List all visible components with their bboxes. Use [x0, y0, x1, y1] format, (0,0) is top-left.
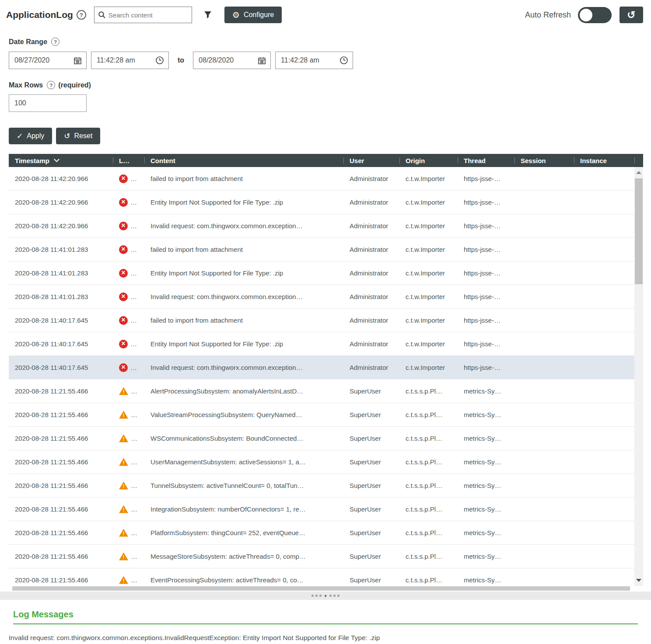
- date-range-help-icon[interactable]: ?: [51, 38, 60, 46]
- table-row[interactable]: 2020-08-28 11:42:20.966 … Invalid reques…: [9, 214, 634, 238]
- error-icon: [119, 269, 128, 278]
- level-ellipsis: …: [131, 576, 137, 584]
- level-ellipsis: …: [130, 293, 137, 300]
- cell-origin: c.t.w.Importer: [399, 340, 458, 348]
- scroll-up-icon[interactable]: [636, 171, 641, 174]
- vertical-scrollbar[interactable]: [634, 167, 643, 586]
- table-row[interactable]: 2020-08-28 11:41:01.283 … failed to impo…: [9, 238, 634, 261]
- max-rows-input[interactable]: [9, 94, 87, 112]
- from-date-field[interactable]: 08/27/2020: [9, 52, 87, 69]
- cell-level: …: [113, 292, 144, 301]
- date-range-row: 08/27/2020 11:42:28 am to 08/28/2020 11:…: [9, 51, 651, 70]
- level-ellipsis: …: [131, 458, 137, 466]
- cell-content: Entity Import Not Supported for File Typ…: [144, 340, 343, 348]
- level-ellipsis: …: [130, 222, 137, 230]
- column-header-thread[interactable]: Thread: [458, 154, 514, 167]
- cell-level: …: [113, 222, 144, 230]
- title-help-icon[interactable]: ?: [77, 10, 86, 20]
- cell-timestamp: 2020-08-28 11:21:55.466: [9, 435, 113, 442]
- column-header-timestamp[interactable]: Timestamp: [9, 154, 113, 167]
- cell-origin: c.t.s.s.p.Pl…: [399, 482, 458, 489]
- search-input[interactable]: [108, 11, 188, 19]
- table-row[interactable]: 2020-08-28 11:41:01.283 … Invalid reques…: [9, 285, 634, 309]
- clock-icon[interactable]: [155, 56, 164, 65]
- column-header-filler: [634, 154, 643, 167]
- error-icon: [119, 340, 128, 348]
- scroll-down-icon[interactable]: [636, 579, 641, 582]
- to-label: to: [178, 56, 184, 64]
- cell-level: …: [113, 269, 144, 278]
- to-time-field[interactable]: 11:42:28 am: [275, 52, 353, 69]
- calendar-icon[interactable]: [74, 56, 82, 65]
- column-header-content[interactable]: Content: [144, 154, 343, 167]
- cell-level: …: [113, 411, 144, 419]
- apply-button[interactable]: ✓ Apply: [9, 128, 52, 144]
- reset-icon: ↺: [64, 132, 70, 140]
- cell-content: WSCommunicationsSubsystem: BoundConnecte…: [144, 435, 343, 442]
- column-header-origin[interactable]: Origin: [399, 154, 458, 167]
- column-label: L…: [119, 157, 130, 164]
- search-box[interactable]: [94, 7, 192, 23]
- error-icon: [119, 316, 128, 325]
- refresh-button[interactable]: ↺: [620, 7, 643, 23]
- cell-user: SuperUser: [343, 387, 399, 395]
- log-table: Timestamp L… Content User Origin Thread …: [9, 154, 643, 591]
- cell-level: …: [113, 340, 144, 348]
- table-row[interactable]: 2020-08-28 11:21:55.466 … EventProcessin…: [9, 568, 634, 586]
- table-row[interactable]: 2020-08-28 11:40:17.645 … failed to impo…: [9, 309, 634, 332]
- cell-user: SuperUser: [343, 505, 399, 513]
- level-ellipsis: …: [130, 246, 137, 253]
- table-row[interactable]: 2020-08-28 11:40:17.645 … Entity Import …: [9, 332, 634, 356]
- table-row[interactable]: 2020-08-28 11:42:20.966 … Entity Import …: [9, 191, 634, 214]
- splitter-collapse-icon[interactable]: ▾: [324, 593, 327, 599]
- apply-label: Apply: [27, 132, 44, 140]
- horizontal-scrollbar-thumb[interactable]: [12, 586, 630, 591]
- error-icon: [119, 174, 128, 183]
- table-row[interactable]: 2020-08-28 11:21:55.466 … AlertProcessin…: [9, 379, 634, 403]
- max-rows-help-icon[interactable]: ?: [47, 81, 55, 89]
- log-message-text: Invalid request: com.thingworx.common.ex…: [9, 634, 642, 642]
- auto-refresh-toggle[interactable]: [578, 7, 612, 23]
- table-row[interactable]: 2020-08-28 11:41:01.283 … Entity Import …: [9, 261, 634, 285]
- table-row[interactable]: 2020-08-28 11:21:55.466 … TunnelSubsyste…: [9, 474, 634, 498]
- cell-origin: c.t.s.s.p.Pl…: [399, 387, 458, 395]
- cell-origin: c.t.s.s.p.Pl…: [399, 553, 458, 560]
- table-row[interactable]: 2020-08-28 11:21:55.466 … PlatformSubsys…: [9, 521, 634, 545]
- column-label: Content: [150, 157, 175, 164]
- refresh-icon: ↺: [627, 10, 635, 20]
- configure-button[interactable]: ⚙ Configure: [224, 7, 282, 23]
- from-time-field[interactable]: 11:42:28 am: [91, 52, 169, 69]
- level-ellipsis: …: [130, 175, 137, 182]
- column-header-level[interactable]: L…: [113, 154, 144, 167]
- to-date-field[interactable]: 08/28/2020: [193, 52, 271, 69]
- table-row[interactable]: 2020-08-28 11:21:55.466 … MessageStoreSu…: [9, 545, 634, 568]
- column-header-session[interactable]: Session: [514, 154, 574, 167]
- action-buttons: ✓ Apply ↺ Reset: [9, 128, 651, 145]
- column-header-user[interactable]: User: [343, 154, 399, 167]
- cell-level: …: [113, 553, 144, 560]
- cell-thread: metrics-Sy…: [458, 387, 514, 395]
- clock-icon[interactable]: [340, 56, 348, 65]
- filter-funnel-icon[interactable]: [203, 10, 212, 19]
- reset-button[interactable]: ↺ Reset: [56, 128, 100, 144]
- panel-splitter-handle[interactable]: ▾: [0, 592, 651, 600]
- horizontal-scrollbar[interactable]: [9, 586, 643, 591]
- cell-origin: c.t.s.s.p.Pl…: [399, 411, 458, 418]
- cell-content: failed to import from attachment: [144, 246, 343, 253]
- table-row[interactable]: 2020-08-28 11:42:20.966 … failed to impo…: [9, 167, 634, 191]
- column-header-instance[interactable]: Instance: [574, 154, 634, 167]
- level-ellipsis: …: [131, 387, 137, 395]
- calendar-icon[interactable]: [258, 56, 266, 65]
- table-row[interactable]: 2020-08-28 11:21:55.466 … IntegrationSub…: [9, 498, 634, 521]
- table-row[interactable]: 2020-08-28 11:40:17.645 … Invalid reques…: [9, 356, 634, 379]
- configure-label: Configure: [244, 11, 274, 19]
- table-row[interactable]: 2020-08-28 11:21:55.466 … ValueStreamPro…: [9, 403, 634, 427]
- check-icon: ✓: [17, 132, 23, 140]
- cell-content: failed to import from attachment: [144, 317, 343, 324]
- vertical-scrollbar-thumb[interactable]: [635, 178, 643, 284]
- table-row[interactable]: 2020-08-28 11:21:55.466 … UserManagement…: [9, 450, 634, 474]
- cell-origin: c.t.s.s.p.Pl…: [399, 576, 458, 584]
- table-row[interactable]: 2020-08-28 11:21:55.466 … WSCommunicatio…: [9, 427, 634, 450]
- cell-content: failed to import from attachment: [144, 175, 343, 182]
- cell-thread: https-jsse-…: [458, 198, 514, 206]
